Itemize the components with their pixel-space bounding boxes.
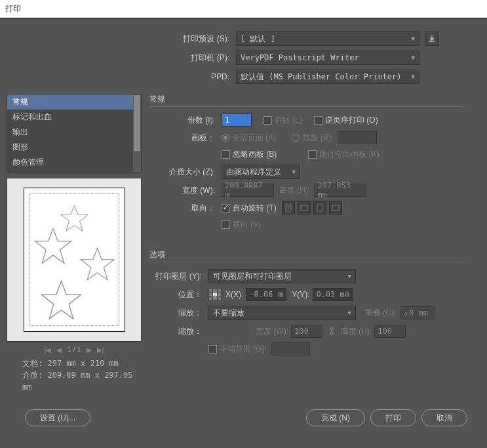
print-layers-value: 可见图层和可打印图层 — [213, 271, 292, 282]
category-color[interactable]: 颜色管理 — [7, 155, 141, 170]
all-pages-radio — [222, 134, 229, 142]
preset-label: 打印预设 (S): — [157, 33, 236, 45]
category-graphics[interactable]: 图形 — [7, 140, 141, 155]
chevron-down-icon: ▼ — [412, 54, 415, 61]
orient-landscape-left-icon[interactable] — [298, 201, 311, 214]
x-input[interactable] — [246, 288, 286, 301]
print-layers-dropdown[interactable]: 可见图层和可打印图层 ▼ — [208, 269, 356, 283]
transverse-label: 横向 (V) — [233, 219, 261, 230]
printer-value: VeryPDF Postscript Writer — [241, 53, 359, 62]
ppd-value: 默认值 (MS Publisher Color Printer) — [241, 71, 402, 83]
svg-rect-6 — [317, 205, 322, 211]
x-label: X(X): — [225, 290, 243, 299]
range-input — [338, 131, 377, 144]
nav-prev-icon[interactable]: ◀ — [56, 346, 62, 354]
nav-first-icon[interactable]: |◀ — [45, 346, 52, 354]
tile-value — [271, 342, 310, 356]
listbox-scrollbar[interactable] — [133, 94, 141, 172]
download-preset-button[interactable] — [425, 31, 439, 46]
category-general[interactable]: 常规 — [7, 94, 141, 110]
sw-label: 宽度 (W): — [256, 326, 288, 337]
doc-dimensions: 文档: 297 mm x 210 mm — [22, 357, 142, 369]
sh-label: 高度 (H): — [341, 326, 372, 337]
y-input[interactable] — [313, 288, 353, 301]
print-layers-label: 打印图层 (Y): — [149, 271, 208, 282]
setup-button[interactable]: 设置 (U)... — [25, 409, 90, 426]
svg-marker-2 — [81, 248, 114, 279]
ppd-dropdown[interactable]: 默认值 (MS Publisher Color Printer) ▼ — [236, 70, 419, 84]
svg-marker-3 — [41, 281, 81, 319]
options-header: 选项 — [149, 249, 463, 262]
position-label: 位置： — [149, 289, 208, 300]
ppd-label: PPD: — [157, 72, 236, 81]
window-title: 打印 — [5, 3, 21, 14]
media-size-label: 介质大小 (Z): — [149, 167, 222, 178]
transverse-checkbox — [222, 220, 230, 229]
ignore-artboard-checkbox[interactable] — [222, 150, 230, 159]
scale2-label: 缩放： — [149, 326, 208, 337]
media-size-value: 由驱动程序定义 — [226, 167, 281, 178]
category-listbox[interactable]: 常规 标记和出血 输出 图形 颜色管理 — [7, 94, 142, 173]
auto-rotate-label: 自动旋转 (T) — [233, 203, 277, 214]
category-marks[interactable]: 标记和出血 — [7, 110, 141, 125]
range-label: 范围 (R): — [302, 132, 333, 144]
chevron-down-icon: ▼ — [348, 310, 351, 316]
chevron-down-icon: ▼ — [412, 35, 415, 42]
height-value: 297.053 mm — [314, 184, 366, 197]
reverse-checkbox[interactable] — [314, 116, 322, 125]
width-label: 宽度 (W): — [149, 185, 222, 196]
orient-landscape-right-icon[interactable] — [329, 201, 342, 214]
position-grid[interactable] — [208, 288, 222, 301]
all-pages-label: 全部页面 (A) — [232, 132, 276, 144]
cancel-button[interactable]: 取消 — [421, 409, 467, 426]
media-dimensions: 介质: 209.89 mm x 297.05 mm — [22, 369, 142, 393]
titlebar: 打印 — [0, 0, 487, 18]
orient-portrait-down-icon[interactable] — [313, 201, 326, 214]
orient-portrait-up-icon[interactable] — [282, 201, 295, 214]
chevron-down-icon: ▼ — [412, 73, 415, 80]
ignore-artboard-label: 忽略画板 (B) — [233, 149, 277, 160]
print-preview — [7, 178, 142, 342]
height-label: 高度 (H): — [279, 185, 310, 196]
overlap-value: ◇0 mm — [400, 306, 435, 319]
copies-input[interactable] — [222, 113, 252, 127]
skip-blank-checkbox — [308, 150, 317, 159]
collate-label: 拼版 (L) — [275, 115, 302, 126]
page-indicator: 1 / 1 — [67, 346, 81, 354]
preset-dropdown[interactable]: [ 默认 ] ▼ — [236, 31, 419, 46]
printer-dropdown[interactable]: VeryPDF Postscript Writer ▼ — [236, 51, 419, 65]
category-output[interactable]: 输出 — [7, 125, 141, 140]
media-size-dropdown[interactable]: 由驱动程序定义 ▼ — [222, 165, 300, 179]
preset-value: [ 默认 ] — [241, 33, 275, 45]
range-radio — [292, 134, 300, 142]
link-icon — [326, 325, 337, 337]
print-button[interactable]: 打印 — [370, 409, 416, 426]
nav-last-icon[interactable]: ▶| — [97, 346, 104, 354]
nav-next-icon[interactable]: ▶ — [87, 346, 92, 354]
auto-rotate-checkbox[interactable] — [222, 204, 230, 213]
svg-rect-7 — [332, 205, 339, 211]
done-button[interactable]: 完成 (N) — [306, 409, 365, 426]
scaling-label: 缩放： — [149, 308, 208, 319]
collate-checkbox — [263, 116, 272, 125]
svg-marker-1 — [35, 228, 71, 263]
sh-value: 100 — [374, 325, 406, 338]
scaling-value: 不要缩放 — [213, 308, 244, 319]
page-nav: |◀ ◀ 1 / 1 ▶ ▶| — [7, 346, 142, 354]
y-label: Y(Y): — [292, 290, 309, 299]
reverse-label: 逆页序打印 (O) — [325, 115, 378, 126]
sw-value: 100 — [291, 325, 322, 338]
tile-label: 平铺范围 (G): — [220, 344, 267, 355]
chevron-down-icon: ▼ — [348, 273, 351, 279]
printer-label: 打印机 (P): — [157, 52, 236, 64]
svg-rect-5 — [301, 205, 307, 211]
width-value: 209.8887 m — [222, 184, 274, 197]
orientation-label: 取向： — [149, 203, 222, 214]
chevron-down-icon: ▼ — [292, 169, 296, 175]
general-header: 常规 — [149, 94, 463, 107]
copies-label: 份数 (I): — [149, 115, 222, 126]
download-icon — [428, 35, 436, 43]
tile-checkbox — [208, 345, 217, 354]
skip-blank-label: 跳过空白画板 (K) — [319, 149, 379, 160]
scaling-dropdown[interactable]: 不要缩放 ▼ — [208, 306, 356, 320]
